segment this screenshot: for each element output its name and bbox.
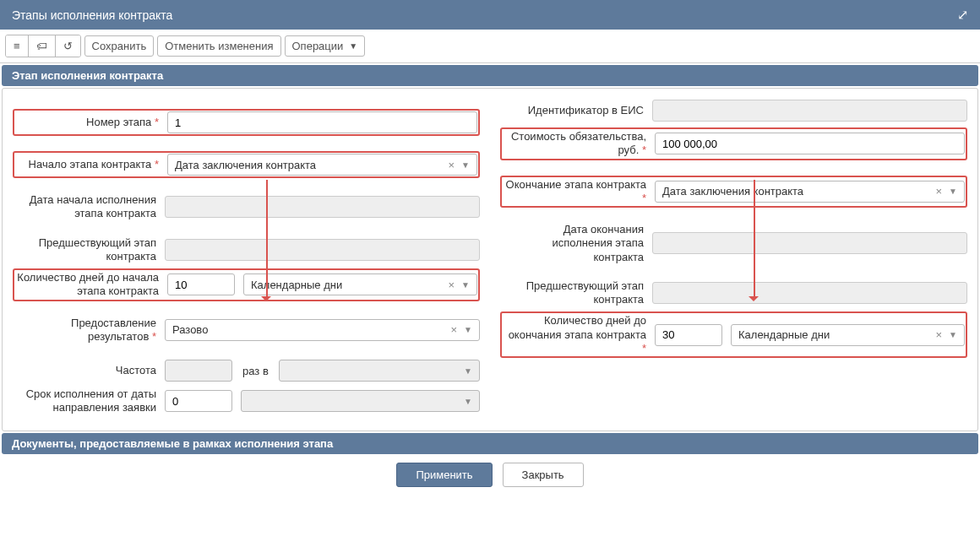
- eis-id-readonly: [652, 100, 967, 122]
- clear-icon[interactable]: ×: [451, 323, 458, 336]
- menu-icon[interactable]: ≡: [6, 35, 29, 57]
- clear-icon[interactable]: ×: [449, 159, 455, 171]
- chevron-down-icon: ▼: [464, 366, 472, 376]
- row-prev-stage-right: Предшествующий этап контракта: [500, 279, 967, 307]
- start-stage-select[interactable]: Дата заключения контракта ×▼: [167, 154, 477, 176]
- footer-buttons: Применить Закрыть: [0, 456, 980, 494]
- prev-stage-left-readonly: [165, 239, 480, 261]
- chevron-down-icon: ▼: [349, 41, 357, 51]
- chevron-down-icon: ▼: [461, 280, 470, 290]
- cost-input[interactable]: [655, 133, 965, 154]
- chevron-down-icon: ▼: [464, 397, 472, 406]
- frequency-input[interactable]: [165, 360, 232, 382]
- row-days-start: Количество дней до начала этапа контракт…: [13, 268, 480, 301]
- deadline-unit-select[interactable]: ▼: [241, 390, 480, 412]
- row-prev-stage-left: Предшествующий этап контракта: [13, 236, 480, 264]
- date-end-readonly: [652, 232, 967, 254]
- prev-stage-right-readonly: [652, 282, 967, 304]
- date-start-readonly: [165, 196, 480, 218]
- stage-number-input[interactable]: [167, 111, 477, 133]
- chevron-down-icon: ▼: [464, 325, 472, 334]
- chevron-down-icon: ▼: [461, 160, 470, 170]
- tag-icon[interactable]: 🏷: [29, 35, 56, 57]
- row-days-end: Количество дней до окончания этапа контр…: [500, 311, 967, 358]
- toolbar: ≡ 🏷 ↺ Сохранить Отменить изменения Опера…: [0, 30, 980, 63]
- form-body: Номер этапа * Начало этапа контракта * Д…: [2, 88, 978, 431]
- window-header: Этапы исполнения контракта ⤢: [0, 0, 980, 30]
- expand-icon[interactable]: ⤢: [957, 7, 968, 23]
- deadline-input[interactable]: [165, 390, 232, 412]
- history-icon[interactable]: ↺: [56, 35, 80, 57]
- toolbar-icons: ≡ 🏷 ↺: [5, 35, 81, 57]
- window-title: Этапы исполнения контракта: [12, 8, 172, 22]
- row-cost: Стоимость обязательства, руб. *: [500, 127, 967, 160]
- save-button[interactable]: Сохранить: [84, 35, 155, 57]
- chevron-down-icon: ▼: [949, 187, 957, 196]
- section-stage-header: Этап исполнения контракта: [2, 65, 978, 86]
- chevron-down-icon: ▼: [949, 330, 957, 339]
- row-end-stage: Окончание этапа контракта * Дата заключе…: [500, 176, 967, 209]
- close-button[interactable]: Закрыть: [503, 463, 584, 487]
- row-stage-number: Номер этапа *: [13, 109, 480, 136]
- clear-icon[interactable]: ×: [936, 185, 943, 198]
- row-start-stage: Начало этапа контракта * Дата заключения…: [13, 151, 480, 178]
- provide-results-select[interactable]: Разово ×▼: [165, 319, 480, 341]
- operations-dropdown[interactable]: Операции▼: [285, 35, 366, 57]
- days-start-type-select[interactable]: Календарные дни ×▼: [243, 274, 477, 295]
- apply-button[interactable]: Применить: [396, 463, 492, 487]
- row-eis-id: Идентификатор в ЕИС: [500, 99, 967, 122]
- frequency-unit-select[interactable]: ▼: [279, 360, 480, 382]
- left-column: Номер этапа * Начало этапа контракта * Д…: [13, 99, 480, 420]
- cancel-changes-button[interactable]: Отменить изменения: [157, 35, 280, 57]
- days-start-input[interactable]: [167, 274, 235, 295]
- end-stage-select[interactable]: Дата заключения контракта ×▼: [655, 181, 965, 203]
- row-deadline: Срок исполнения от даты направления заяв…: [13, 387, 480, 415]
- row-date-end: Дата окончания исполнения этапа контракт…: [500, 223, 967, 264]
- clear-icon[interactable]: ×: [449, 279, 455, 291]
- row-date-start: Дата начала исполнения этапа контракта: [13, 193, 480, 221]
- required-icon: *: [155, 116, 159, 128]
- days-end-input[interactable]: [655, 324, 722, 346]
- right-column: Идентификатор в ЕИС Стоимость обязательс…: [500, 99, 967, 420]
- section-documents-header: Документы, предоставляемые в рамках испо…: [2, 433, 978, 454]
- row-frequency: Частота раз в ▼: [13, 359, 480, 382]
- days-end-type-select[interactable]: Календарные дни ×▼: [731, 324, 965, 346]
- row-provide-results: Предоставление результатов * Разово ×▼: [13, 317, 480, 344]
- clear-icon[interactable]: ×: [936, 328, 943, 341]
